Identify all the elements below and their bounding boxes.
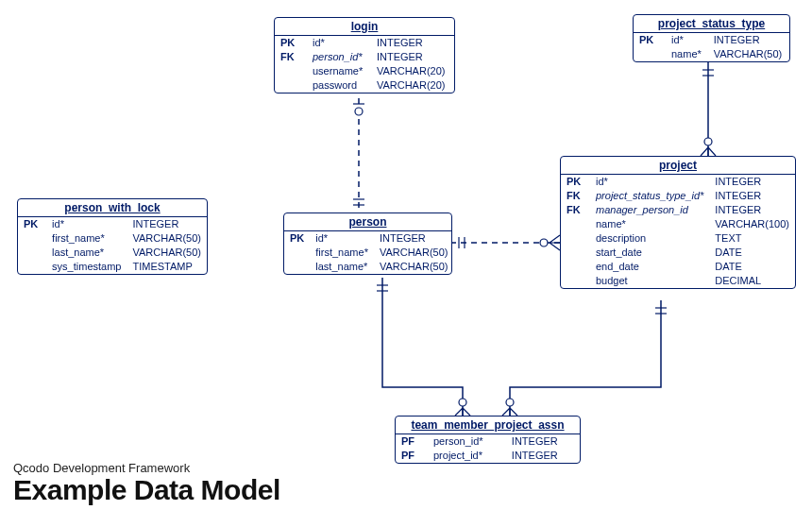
entity-columns: PKid*INTEGER name*VARCHAR(50) xyxy=(634,33,789,61)
entity-columns: PKid*INTEGER FKperson_id*INTEGER usernam… xyxy=(275,36,454,93)
entity-person: person PKid*INTEGER first_name*VARCHAR(5… xyxy=(283,212,452,275)
entity-title: project xyxy=(561,157,795,175)
entity-columns: PKid*INTEGER first_name*VARCHAR(50) last… xyxy=(284,231,453,274)
entity-login: login PKid*INTEGER FKperson_id*INTEGER u… xyxy=(274,17,455,94)
svg-point-18 xyxy=(506,399,514,406)
entity-columns: PFperson_id*INTEGER PFproject_id*INTEGER xyxy=(396,434,580,463)
entity-project-status-type: project_status_type PKid*INTEGER name*VA… xyxy=(633,14,790,62)
entity-title: login xyxy=(275,18,454,36)
diagram-footer: Qcodo Development Framework Example Data… xyxy=(13,461,280,505)
svg-point-12 xyxy=(540,239,548,246)
entity-project: project PKid*INTEGER FKproject_status_ty… xyxy=(560,156,796,289)
entity-person-with-lock: person_with_lock PKid*INTEGER first_name… xyxy=(17,198,208,275)
entity-columns: PKid*INTEGER first_name*VARCHAR(50) last… xyxy=(18,217,207,274)
entity-team-member-project-assn: team_member_project_assn PFperson_id*INT… xyxy=(395,416,581,464)
entity-title: team_member_project_assn xyxy=(396,416,580,434)
entity-title: person_with_lock xyxy=(18,199,207,217)
diagram-subtitle: Qcodo Development Framework xyxy=(13,461,280,475)
er-diagram-canvas: login PKid*INTEGER FKperson_id*INTEGER u… xyxy=(0,0,812,510)
entity-columns: PKid*INTEGER FKproject_status_type_id*IN… xyxy=(561,175,795,288)
svg-point-15 xyxy=(459,399,466,406)
svg-point-1 xyxy=(355,108,363,115)
entity-title: person xyxy=(284,213,451,231)
entity-title: project_status_type xyxy=(634,15,789,33)
svg-point-8 xyxy=(704,138,712,145)
diagram-title: Example Data Model xyxy=(13,475,280,505)
